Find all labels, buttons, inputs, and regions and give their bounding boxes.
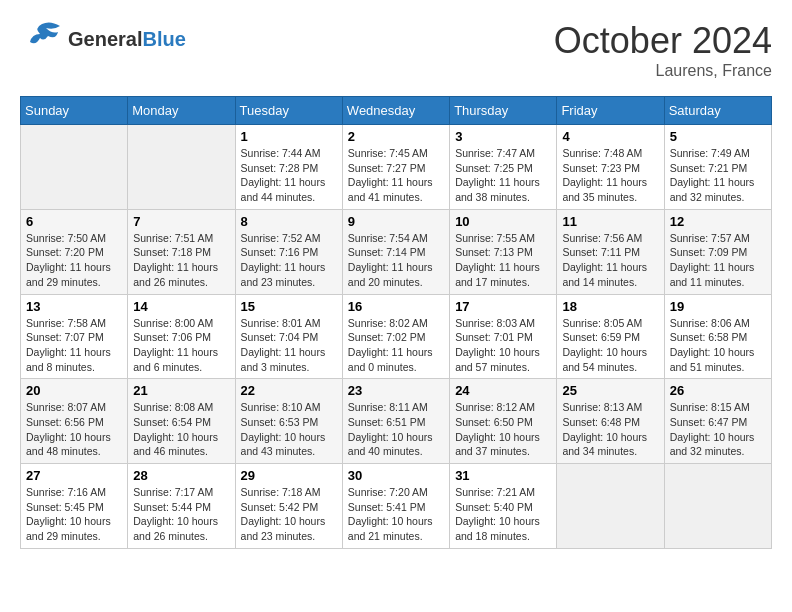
calendar-cell: 28Sunrise: 7:17 AMSunset: 5:44 PMDayligh… — [128, 464, 235, 549]
day-info: Sunrise: 8:02 AMSunset: 7:02 PMDaylight:… — [348, 316, 444, 375]
calendar-cell: 27Sunrise: 7:16 AMSunset: 5:45 PMDayligh… — [21, 464, 128, 549]
calendar-cell — [664, 464, 771, 549]
calendar-cell: 15Sunrise: 8:01 AMSunset: 7:04 PMDayligh… — [235, 294, 342, 379]
day-info: Sunrise: 7:48 AMSunset: 7:23 PMDaylight:… — [562, 146, 658, 205]
day-number: 25 — [562, 383, 658, 398]
calendar-cell: 6Sunrise: 7:50 AMSunset: 7:20 PMDaylight… — [21, 209, 128, 294]
day-info: Sunrise: 7:16 AMSunset: 5:45 PMDaylight:… — [26, 485, 122, 544]
calendar-cell: 4Sunrise: 7:48 AMSunset: 7:23 PMDaylight… — [557, 125, 664, 210]
calendar-cell: 2Sunrise: 7:45 AMSunset: 7:27 PMDaylight… — [342, 125, 449, 210]
day-number: 28 — [133, 468, 229, 483]
day-info: Sunrise: 7:56 AMSunset: 7:11 PMDaylight:… — [562, 231, 658, 290]
calendar-week-row: 13Sunrise: 7:58 AMSunset: 7:07 PMDayligh… — [21, 294, 772, 379]
day-number: 6 — [26, 214, 122, 229]
calendar-cell — [21, 125, 128, 210]
day-info: Sunrise: 7:52 AMSunset: 7:16 PMDaylight:… — [241, 231, 337, 290]
calendar-cell: 31Sunrise: 7:21 AMSunset: 5:40 PMDayligh… — [450, 464, 557, 549]
day-number: 30 — [348, 468, 444, 483]
day-info: Sunrise: 7:51 AMSunset: 7:18 PMDaylight:… — [133, 231, 229, 290]
logo-blue: Blue — [142, 28, 185, 50]
calendar-cell: 7Sunrise: 7:51 AMSunset: 7:18 PMDaylight… — [128, 209, 235, 294]
calendar-cell: 11Sunrise: 7:56 AMSunset: 7:11 PMDayligh… — [557, 209, 664, 294]
logo: GeneralBlue — [20, 20, 186, 58]
day-info: Sunrise: 7:21 AMSunset: 5:40 PMDaylight:… — [455, 485, 551, 544]
day-number: 26 — [670, 383, 766, 398]
logo-general: General — [68, 28, 142, 50]
calendar-cell: 26Sunrise: 8:15 AMSunset: 6:47 PMDayligh… — [664, 379, 771, 464]
day-number: 14 — [133, 299, 229, 314]
calendar-table: SundayMondayTuesdayWednesdayThursdayFrid… — [20, 96, 772, 549]
weekday-header: Monday — [128, 97, 235, 125]
day-info: Sunrise: 8:15 AMSunset: 6:47 PMDaylight:… — [670, 400, 766, 459]
day-number: 22 — [241, 383, 337, 398]
calendar-cell: 18Sunrise: 8:05 AMSunset: 6:59 PMDayligh… — [557, 294, 664, 379]
day-number: 8 — [241, 214, 337, 229]
calendar-cell — [128, 125, 235, 210]
weekday-header: Sunday — [21, 97, 128, 125]
day-info: Sunrise: 8:07 AMSunset: 6:56 PMDaylight:… — [26, 400, 122, 459]
day-info: Sunrise: 8:05 AMSunset: 6:59 PMDaylight:… — [562, 316, 658, 375]
title-block: October 2024 Laurens, France — [554, 20, 772, 80]
day-number: 12 — [670, 214, 766, 229]
day-number: 7 — [133, 214, 229, 229]
day-info: Sunrise: 8:06 AMSunset: 6:58 PMDaylight:… — [670, 316, 766, 375]
day-number: 1 — [241, 129, 337, 144]
logo-icon — [20, 20, 64, 58]
day-number: 13 — [26, 299, 122, 314]
weekday-header: Tuesday — [235, 97, 342, 125]
day-info: Sunrise: 8:00 AMSunset: 7:06 PMDaylight:… — [133, 316, 229, 375]
calendar-cell: 5Sunrise: 7:49 AMSunset: 7:21 PMDaylight… — [664, 125, 771, 210]
calendar-week-row: 6Sunrise: 7:50 AMSunset: 7:20 PMDaylight… — [21, 209, 772, 294]
day-number: 29 — [241, 468, 337, 483]
day-number: 17 — [455, 299, 551, 314]
day-info: Sunrise: 7:54 AMSunset: 7:14 PMDaylight:… — [348, 231, 444, 290]
day-number: 2 — [348, 129, 444, 144]
day-number: 11 — [562, 214, 658, 229]
day-number: 20 — [26, 383, 122, 398]
day-info: Sunrise: 7:55 AMSunset: 7:13 PMDaylight:… — [455, 231, 551, 290]
month-title: October 2024 — [554, 20, 772, 62]
calendar-cell: 1Sunrise: 7:44 AMSunset: 7:28 PMDaylight… — [235, 125, 342, 210]
calendar-cell: 29Sunrise: 7:18 AMSunset: 5:42 PMDayligh… — [235, 464, 342, 549]
day-number: 27 — [26, 468, 122, 483]
calendar-cell: 22Sunrise: 8:10 AMSunset: 6:53 PMDayligh… — [235, 379, 342, 464]
day-number: 24 — [455, 383, 551, 398]
day-info: Sunrise: 7:49 AMSunset: 7:21 PMDaylight:… — [670, 146, 766, 205]
calendar-cell: 8Sunrise: 7:52 AMSunset: 7:16 PMDaylight… — [235, 209, 342, 294]
calendar-header-row: SundayMondayTuesdayWednesdayThursdayFrid… — [21, 97, 772, 125]
page-header: GeneralBlue October 2024 Laurens, France — [20, 20, 772, 80]
calendar-cell: 21Sunrise: 8:08 AMSunset: 6:54 PMDayligh… — [128, 379, 235, 464]
day-number: 9 — [348, 214, 444, 229]
day-info: Sunrise: 7:50 AMSunset: 7:20 PMDaylight:… — [26, 231, 122, 290]
day-info: Sunrise: 8:01 AMSunset: 7:04 PMDaylight:… — [241, 316, 337, 375]
calendar-cell: 30Sunrise: 7:20 AMSunset: 5:41 PMDayligh… — [342, 464, 449, 549]
day-info: Sunrise: 7:20 AMSunset: 5:41 PMDaylight:… — [348, 485, 444, 544]
calendar-cell: 13Sunrise: 7:58 AMSunset: 7:07 PMDayligh… — [21, 294, 128, 379]
day-info: Sunrise: 8:10 AMSunset: 6:53 PMDaylight:… — [241, 400, 337, 459]
day-info: Sunrise: 7:47 AMSunset: 7:25 PMDaylight:… — [455, 146, 551, 205]
day-info: Sunrise: 8:08 AMSunset: 6:54 PMDaylight:… — [133, 400, 229, 459]
day-info: Sunrise: 8:12 AMSunset: 6:50 PMDaylight:… — [455, 400, 551, 459]
calendar-week-row: 20Sunrise: 8:07 AMSunset: 6:56 PMDayligh… — [21, 379, 772, 464]
day-number: 23 — [348, 383, 444, 398]
calendar-week-row: 27Sunrise: 7:16 AMSunset: 5:45 PMDayligh… — [21, 464, 772, 549]
weekday-header: Friday — [557, 97, 664, 125]
weekday-header: Thursday — [450, 97, 557, 125]
calendar-cell: 12Sunrise: 7:57 AMSunset: 7:09 PMDayligh… — [664, 209, 771, 294]
day-number: 18 — [562, 299, 658, 314]
day-info: Sunrise: 7:57 AMSunset: 7:09 PMDaylight:… — [670, 231, 766, 290]
day-number: 16 — [348, 299, 444, 314]
calendar-cell: 20Sunrise: 8:07 AMSunset: 6:56 PMDayligh… — [21, 379, 128, 464]
calendar-cell: 19Sunrise: 8:06 AMSunset: 6:58 PMDayligh… — [664, 294, 771, 379]
day-info: Sunrise: 8:03 AMSunset: 7:01 PMDaylight:… — [455, 316, 551, 375]
weekday-header: Wednesday — [342, 97, 449, 125]
calendar-cell: 16Sunrise: 8:02 AMSunset: 7:02 PMDayligh… — [342, 294, 449, 379]
day-number: 21 — [133, 383, 229, 398]
day-info: Sunrise: 8:13 AMSunset: 6:48 PMDaylight:… — [562, 400, 658, 459]
day-info: Sunrise: 7:17 AMSunset: 5:44 PMDaylight:… — [133, 485, 229, 544]
calendar-cell: 3Sunrise: 7:47 AMSunset: 7:25 PMDaylight… — [450, 125, 557, 210]
day-number: 15 — [241, 299, 337, 314]
day-info: Sunrise: 8:11 AMSunset: 6:51 PMDaylight:… — [348, 400, 444, 459]
calendar-cell: 9Sunrise: 7:54 AMSunset: 7:14 PMDaylight… — [342, 209, 449, 294]
calendar-cell: 23Sunrise: 8:11 AMSunset: 6:51 PMDayligh… — [342, 379, 449, 464]
